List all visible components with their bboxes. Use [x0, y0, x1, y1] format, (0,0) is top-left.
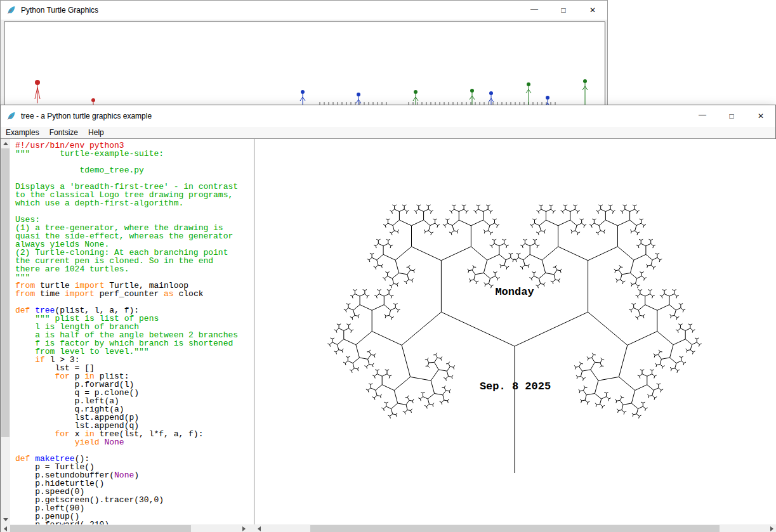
window-title: tree - a Python turtle graphics example: [21, 112, 152, 120]
close-icon: ✕: [758, 112, 764, 120]
menu-fontsize[interactable]: Fontsize: [44, 127, 83, 138]
scroll-up-button[interactable]: [1, 139, 10, 148]
turtle-figure: [35, 80, 40, 103]
titlebar[interactable]: Python Turtle Graphics — □ ✕: [1, 1, 607, 20]
scroll-left-icon: [258, 526, 261, 531]
window-title: Python Turtle Graphics: [21, 6, 98, 15]
code-line: which use a depth-first-algorithm.: [15, 199, 249, 207]
window-content: #!/usr/bin/env python3""" turtle-example…: [1, 138, 775, 531]
minimize-button[interactable]: —: [520, 1, 549, 20]
menu-examples[interactable]: Examples: [1, 127, 44, 138]
turtle-figure: [356, 93, 361, 106]
menubar: Examples Fontsize Help: [1, 127, 775, 138]
desktop: Python Turtle Graphics — □ ✕ tree - a Py…: [0, 0, 776, 532]
titlebar[interactable]: tree - a Python turtle graphics example …: [1, 105, 775, 127]
weekday-text: Monday: [495, 286, 534, 298]
turtledemo-window: tree - a Python turtle graphics example …: [0, 105, 776, 532]
scroll-right-icon: [770, 526, 773, 531]
scroll-down-icon: [3, 518, 8, 521]
scroll-right-button[interactable]: [767, 524, 776, 532]
scroll-left-icon: [4, 526, 7, 531]
close-button[interactable]: ✕: [578, 1, 607, 20]
scrollbar-corner: [249, 524, 254, 532]
tree-drawing: MondaySep. 8 2025: [254, 139, 776, 524]
minimize-icon: —: [699, 110, 706, 119]
window-controls: — □ ✕: [688, 105, 775, 127]
turtle-canvas: MondaySep. 8 2025: [254, 139, 776, 524]
date-text: Sep. 8 2025: [480, 380, 551, 393]
code-line: yield None: [15, 438, 249, 446]
turtle-figure: [526, 82, 531, 106]
canvas-horizontal-scrollbar[interactable]: [254, 524, 776, 532]
maximize-icon: □: [729, 112, 733, 120]
maximize-icon: □: [561, 6, 565, 15]
pane-sash[interactable]: [249, 139, 254, 524]
scroll-down-button[interactable]: [1, 515, 10, 524]
close-button[interactable]: ✕: [746, 105, 775, 127]
scroll-right-button[interactable]: [239, 524, 249, 532]
code-line: there are 1024 turtles.: [15, 265, 249, 273]
code-line: [15, 207, 249, 216]
menu-help[interactable]: Help: [83, 127, 109, 138]
scrollbar-thumb[interactable]: [10, 525, 191, 532]
app-feather-icon: [6, 111, 16, 121]
code-vertical-scrollbar[interactable]: [1, 139, 10, 524]
minimize-button[interactable]: —: [688, 105, 717, 127]
code-line: """ turtle-example-suite:: [15, 150, 249, 158]
code-line: from time import perf_counter as clock: [15, 290, 249, 298]
turtle-figure: [300, 90, 305, 106]
scroll-right-icon: [242, 526, 246, 531]
window-controls: — □ ✕: [520, 1, 607, 20]
close-icon: ✕: [589, 6, 596, 15]
scroll-up-icon: [3, 142, 8, 145]
code-line: tdemo_tree.py: [15, 166, 249, 174]
scrollbar-thumb[interactable]: [1, 148, 10, 437]
fractal-tree-path: [328, 205, 702, 473]
code-horizontal-scrollbar[interactable]: [1, 524, 249, 532]
scrollbar-thumb[interactable]: [310, 525, 720, 532]
scroll-left-button[interactable]: [1, 524, 10, 532]
maximize-button[interactable]: □: [717, 105, 746, 127]
maximize-button[interactable]: □: [549, 1, 578, 20]
app-feather-icon: [6, 5, 16, 15]
minimize-icon: —: [530, 4, 538, 13]
scroll-left-button[interactable]: [254, 524, 264, 532]
code-viewer[interactable]: #!/usr/bin/env python3""" turtle-example…: [10, 139, 249, 524]
turtle-figure: [582, 79, 588, 106]
turtle-figure: [470, 89, 475, 106]
